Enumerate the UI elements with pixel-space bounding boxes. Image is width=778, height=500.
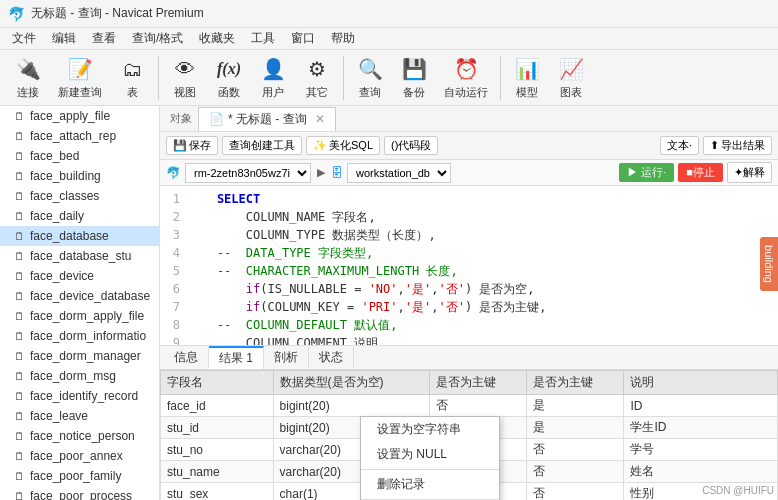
sql-editor[interactable]: 123456789 SELECT COLUMN_NAME 字段名, COLUMN… <box>160 186 778 346</box>
sidebar-item-face-database-stu[interactable]: 🗒 face_database_stu <box>0 246 159 266</box>
right-hint-bar[interactable]: building <box>760 237 778 291</box>
menu-view[interactable]: 查看 <box>84 28 124 49</box>
table-icon: 🗒 <box>12 329 26 343</box>
sidebar-item-face-dorm-info[interactable]: 🗒 face_dorm_informatio <box>0 326 159 346</box>
object-label: 对象 <box>164 111 198 126</box>
query-button[interactable]: 🔍 查询 <box>350 53 390 102</box>
sidebar-item-face-device[interactable]: 🗒 face_device <box>0 266 159 286</box>
table-icon: 🗒 <box>12 249 26 263</box>
sidebar-item-face-poor-annex[interactable]: 🗒 face_poor_annex <box>0 446 159 466</box>
query-tab[interactable]: 📄 * 无标题 - 查询 ✕ <box>198 107 336 131</box>
result-tab-status[interactable]: 状态 <box>309 347 354 368</box>
menu-help[interactable]: 帮助 <box>323 28 363 49</box>
menu-tools[interactable]: 工具 <box>243 28 283 49</box>
sidebar-item-face-notice-person[interactable]: 🗒 face_notice_person <box>0 426 159 446</box>
chart-button[interactable]: 📈 图表 <box>551 53 591 102</box>
sidebar-item-face-daily[interactable]: 🗒 face_daily <box>0 206 159 226</box>
autorun-button[interactable]: ⏰ 自动运行 <box>438 53 494 102</box>
stop-button[interactable]: ■停止 <box>678 163 723 182</box>
beautify-sql-button[interactable]: ✨ 美化SQL <box>306 136 380 155</box>
new-query-icon: 📝 <box>66 55 94 83</box>
table-icon: 🗒 <box>12 449 26 463</box>
export-button[interactable]: ⬆ 导出结果 <box>703 136 772 155</box>
menu-bar: 文件 编辑 查看 查询/格式 收藏夹 工具 窗口 帮助 <box>0 28 778 50</box>
sidebar-item-face-dorm-manager[interactable]: 🗒 face_dorm_manager <box>0 346 159 366</box>
sidebar-item-face-poor-family[interactable]: 🗒 face_poor_family <box>0 466 159 486</box>
save-button[interactable]: 💾 保存 <box>166 136 218 155</box>
other-button[interactable]: ⚙ 其它 <box>297 53 337 102</box>
connect-button[interactable]: 🔌 连接 <box>8 53 48 102</box>
object-tab-bar: 对象 📄 * 无标题 - 查询 ✕ <box>160 106 778 132</box>
function-button[interactable]: f(x) 函数 <box>209 53 249 102</box>
table-row[interactable]: face_id bigint(20) 否 是 ID <box>161 395 778 417</box>
sidebar-item-face-dorm-msg[interactable]: 🗒 face_dorm_msg <box>0 366 159 386</box>
context-delete-record[interactable]: 删除记录 <box>361 472 499 497</box>
col-header-primary: 是否为主键 <box>527 371 624 395</box>
new-query-button[interactable]: 📝 新建查询 <box>52 53 108 102</box>
menu-edit[interactable]: 编辑 <box>44 28 84 49</box>
result-tab-profile[interactable]: 剖析 <box>264 347 309 368</box>
code-block-button[interactable]: ()代码段 <box>384 136 438 155</box>
db-icon2: 🗄 <box>331 166 343 180</box>
model-icon: 📊 <box>513 55 541 83</box>
table-icon: 🗒 <box>12 189 26 203</box>
menu-window[interactable]: 窗口 <box>283 28 323 49</box>
user-icon: 👤 <box>259 55 287 83</box>
result-tab-info[interactable]: 信息 <box>164 347 209 368</box>
sql-content[interactable]: SELECT COLUMN_NAME 字段名, COLUMN_TYPE 数据类型… <box>188 190 774 341</box>
view-icon: 👁 <box>171 55 199 83</box>
chart-icon: 📈 <box>557 55 585 83</box>
query-icon: 🔍 <box>356 55 384 83</box>
sidebar: 🗒 face_apply_file 🗒 face_attach_rep 🗒 fa… <box>0 106 160 500</box>
export-icon: ⬆ <box>710 139 719 152</box>
table-icon: 🗒 <box>12 389 26 403</box>
run-button[interactable]: ▶ 运行· <box>619 163 674 182</box>
model-button[interactable]: 📊 模型 <box>507 53 547 102</box>
view-button[interactable]: 👁 视图 <box>165 53 205 102</box>
explain-button[interactable]: ✦解释 <box>727 162 772 183</box>
sidebar-item-face-poor-process[interactable]: 🗒 face_poor_process <box>0 486 159 500</box>
sidebar-item-face-database[interactable]: 🗒 face_database <box>0 226 159 246</box>
context-set-null[interactable]: 设置为 NULL <box>361 442 499 467</box>
close-tab-icon[interactable]: ✕ <box>315 112 325 126</box>
sidebar-item-face-device-database[interactable]: 🗒 face_device_database <box>0 286 159 306</box>
query-builder-button[interactable]: 查询创建工具 <box>222 136 302 155</box>
sidebar-item-face-apply-file[interactable]: 🗒 face_apply_file <box>0 106 159 126</box>
sidebar-item-face-dorm-apply-file[interactable]: 🗒 face_dorm_apply_file <box>0 306 159 326</box>
col-header-name: 字段名 <box>161 371 274 395</box>
context-sep-1 <box>361 469 499 470</box>
sidebar-item-face-attach-rep[interactable]: 🗒 face_attach_rep <box>0 126 159 146</box>
sidebar-item-face-bed[interactable]: 🗒 face_bed <box>0 146 159 166</box>
toolbar-sep-2 <box>343 56 344 100</box>
table-icon: 🗒 <box>12 129 26 143</box>
backup-icon: 💾 <box>400 55 428 83</box>
sidebar-item-face-classes[interactable]: 🗒 face_classes <box>0 186 159 206</box>
backup-button[interactable]: 💾 备份 <box>394 53 434 102</box>
col-header-nullable: 是否为主键 <box>429 371 526 395</box>
save-icon: 💾 <box>173 139 187 152</box>
run-icon: ▶ <box>627 166 638 178</box>
menu-file[interactable]: 文件 <box>4 28 44 49</box>
table-icon: 🗒 <box>12 149 26 163</box>
sidebar-item-face-building[interactable]: 🗒 face_building <box>0 166 159 186</box>
col-header-type: 数据类型(是否为空) <box>273 371 429 395</box>
sidebar-item-face-leave[interactable]: 🗒 face_leave <box>0 406 159 426</box>
table-button[interactable]: 🗂 表 <box>112 53 152 102</box>
database-select[interactable]: workstation_db <box>347 163 451 183</box>
result-tabs: 信息 结果 1 剖析 状态 <box>160 346 778 370</box>
table-icon: 🗒 <box>12 269 26 283</box>
menu-query-format[interactable]: 查询/格式 <box>124 28 191 49</box>
table-icon: 🗒 <box>12 309 26 323</box>
context-set-empty-string[interactable]: 设置为空字符串 <box>361 417 499 442</box>
query-tab-icon: 📄 <box>209 112 224 126</box>
result-tab-result1[interactable]: 结果 1 <box>209 346 264 369</box>
connection-select[interactable]: rm-2zetn83n05wz7i <box>185 163 311 183</box>
table-icon: 🗒 <box>12 209 26 223</box>
text-button[interactable]: 文本· <box>660 136 699 155</box>
watermark: CSDN @HUIFU <box>702 485 774 496</box>
sidebar-item-face-identify-record[interactable]: 🗒 face_identify_record <box>0 386 159 406</box>
connect-icon: 🔌 <box>14 55 42 83</box>
menu-favorites[interactable]: 收藏夹 <box>191 28 243 49</box>
conn-arrow: ▶ <box>315 166 327 179</box>
user-button[interactable]: 👤 用户 <box>253 53 293 102</box>
